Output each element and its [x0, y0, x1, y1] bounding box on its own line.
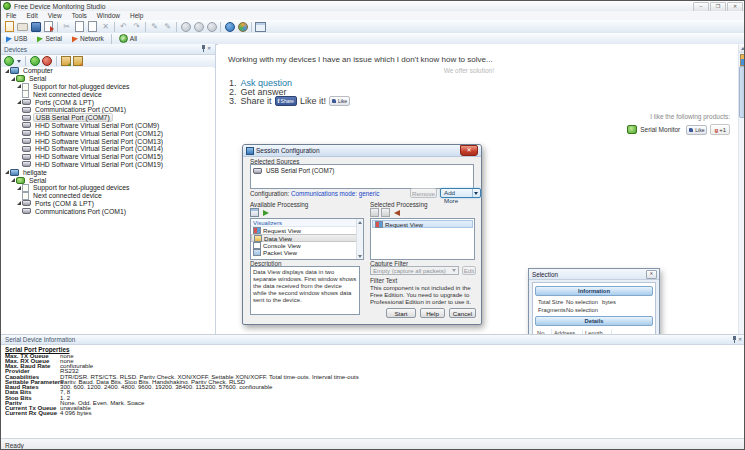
list-scrollbar[interactable] [356, 219, 363, 259]
dialog-close-icon[interactable]: ✕ [460, 145, 478, 156]
tree-item-com19[interactable]: HHD Software Virtual Serial Port (COM19) [1, 161, 214, 169]
configuration-link[interactable]: Communications mode: generic [291, 190, 380, 197]
start-button[interactable]: Start [386, 308, 416, 318]
start-monitoring-icon[interactable] [30, 56, 40, 66]
cut-icon[interactable]: ✂ [60, 21, 73, 32]
open-icon[interactable] [16, 21, 29, 32]
menu-edit[interactable]: Edit [21, 12, 42, 19]
expander-icon[interactable] [16, 99, 22, 105]
new-monitor-icon[interactable] [4, 56, 14, 66]
pause-icon[interactable] [192, 21, 205, 32]
edit-icon[interactable]: ✎ [148, 21, 161, 32]
available-processing-list[interactable]: Visualizers Request View Data View Conso… [250, 218, 364, 260]
tree-item-com14[interactable]: HHD Software Virtual Serial Port (COM14) [1, 145, 214, 153]
panel-close-icon[interactable]: ✕ [736, 336, 744, 343]
selection-title-bar[interactable]: Selection ✕ [529, 269, 659, 280]
all-button[interactable]: ✓ All [114, 34, 142, 43]
remove-button[interactable]: Remove [410, 188, 437, 198]
main-scrollbar[interactable] [738, 44, 745, 334]
tree-item-com13[interactable]: HHD Software Virtual Serial Port (COM13) [1, 137, 214, 145]
tree-item-hellgate[interactable]: hellgate [1, 168, 214, 176]
list-item-packet-view[interactable]: Packet View [251, 249, 363, 256]
tree-item-ports-2[interactable]: Ports (COM & LPT) [1, 200, 214, 208]
add-all-icon[interactable] [250, 208, 259, 217]
google-plus-one-button[interactable]: g +1 [710, 124, 730, 135]
selected-processing-list[interactable]: Request View [370, 218, 475, 260]
network-button[interactable]: Network [67, 35, 109, 42]
new-session-icon[interactable] [3, 21, 16, 32]
copy-icon[interactable] [73, 21, 86, 32]
menu-file[interactable]: File [1, 12, 21, 19]
tree-item-serial-2[interactable]: Serial [1, 176, 214, 184]
cancel-button[interactable]: Cancel [449, 308, 476, 318]
upgrade-icon[interactable] [236, 21, 249, 32]
undo-icon[interactable]: ↶ [117, 21, 130, 32]
edit-button[interactable]: Edit [462, 266, 476, 275]
list-item-request-view-selected[interactable]: Request View [372, 220, 473, 228]
scrollbar-thumb[interactable] [739, 66, 745, 118]
dialog-title-bar[interactable]: Session Configuration [243, 145, 481, 157]
add-remote-device-icon[interactable] [73, 56, 83, 66]
usb-button[interactable]: USB [1, 35, 32, 42]
selection-close-icon[interactable]: ✕ [646, 270, 657, 279]
web-update-icon[interactable] [223, 21, 236, 32]
source-item[interactable]: USB Serial Port (COM7) [252, 167, 472, 174]
expander-icon[interactable] [10, 76, 16, 82]
scroll-up-icon[interactable] [357, 219, 362, 225]
product-like-button[interactable]: Like [686, 125, 707, 135]
redo-icon[interactable]: ↷ [130, 21, 143, 32]
tree-item-com9[interactable]: HHD Software Virtual Serial Port (COM9) [1, 122, 214, 130]
tree-item-com7-selected[interactable]: USB Serial Port (COM7) [1, 114, 214, 122]
configure-icon[interactable] [370, 208, 379, 217]
scroll-up-icon[interactable] [739, 44, 745, 53]
save-icon[interactable] [29, 21, 42, 32]
selected-sources-list[interactable]: USB Serial Port (COM7) [250, 164, 474, 189]
tree-item-hotplug-2[interactable]: Support for hot-plugged devices [1, 184, 214, 192]
tree-item-next-device[interactable]: Next connected device [1, 90, 214, 98]
visualizers-group-header[interactable]: Visualizers [251, 219, 363, 227]
panel-close-icon[interactable]: ✕ [205, 45, 213, 52]
menu-tools[interactable]: Tools [67, 12, 92, 19]
tree-item-com12[interactable]: HHD Software Virtual Serial Port (COM12) [1, 129, 214, 137]
add-more-button[interactable]: Add More [440, 188, 481, 198]
pin-icon[interactable] [195, 45, 203, 52]
chevron-down-icon[interactable] [472, 189, 480, 197]
expander-icon[interactable] [10, 177, 16, 183]
expander-icon[interactable] [16, 83, 22, 89]
help-button[interactable]: Help [420, 308, 445, 318]
add-device-icon[interactable] [61, 56, 71, 66]
edit-alt-icon[interactable]: ✎ [161, 21, 174, 32]
tree-item-com15[interactable]: HHD Software Virtual Serial Port (COM15) [1, 153, 214, 161]
expander-icon[interactable] [16, 200, 22, 206]
record-icon[interactable] [179, 21, 192, 32]
stop-monitoring-icon[interactable] [42, 56, 52, 66]
stop-icon[interactable] [205, 21, 218, 32]
capture-filter-select[interactable]: Empty (capture all packets) [370, 266, 459, 275]
tree-item-computer[interactable]: Computer [1, 67, 214, 75]
add-selected-icon[interactable] [261, 208, 270, 217]
scroll-down-icon[interactable] [357, 253, 362, 259]
export-icon[interactable] [42, 21, 55, 32]
menu-help[interactable]: Help [125, 12, 148, 19]
expander-icon[interactable] [4, 68, 10, 74]
tree-item-ports[interactable]: Ports (COM & LPT) [1, 98, 214, 106]
window-layout-icon[interactable] [254, 21, 267, 32]
paste-icon[interactable] [86, 21, 99, 32]
like-button[interactable]: Like [329, 96, 350, 106]
remove-selected-icon[interactable] [392, 208, 401, 217]
delete-icon[interactable]: ✕ [99, 21, 112, 32]
list-item-data-view-selected[interactable]: Data View [251, 234, 363, 242]
chevron-down-icon[interactable] [17, 60, 21, 63]
pin-icon[interactable] [726, 336, 734, 343]
tree-item-com1-2[interactable]: Communications Port (COM1) [1, 207, 214, 215]
tree-item-hotplug[interactable]: Support for hot-plugged devices [1, 83, 214, 91]
tree-item-next-device-2[interactable]: Next connected device [1, 192, 214, 200]
serial-button[interactable]: Serial [32, 35, 67, 42]
expander-icon[interactable] [4, 169, 10, 175]
menu-view[interactable]: View [43, 12, 67, 19]
list-item-request-view[interactable]: Request View [251, 227, 363, 234]
facebook-share-button[interactable]: f Share [275, 96, 297, 106]
tree-item-serial[interactable]: Serial [1, 75, 214, 83]
list-item-console-view[interactable]: Console View [251, 242, 363, 249]
menu-window[interactable]: Window [92, 12, 125, 19]
